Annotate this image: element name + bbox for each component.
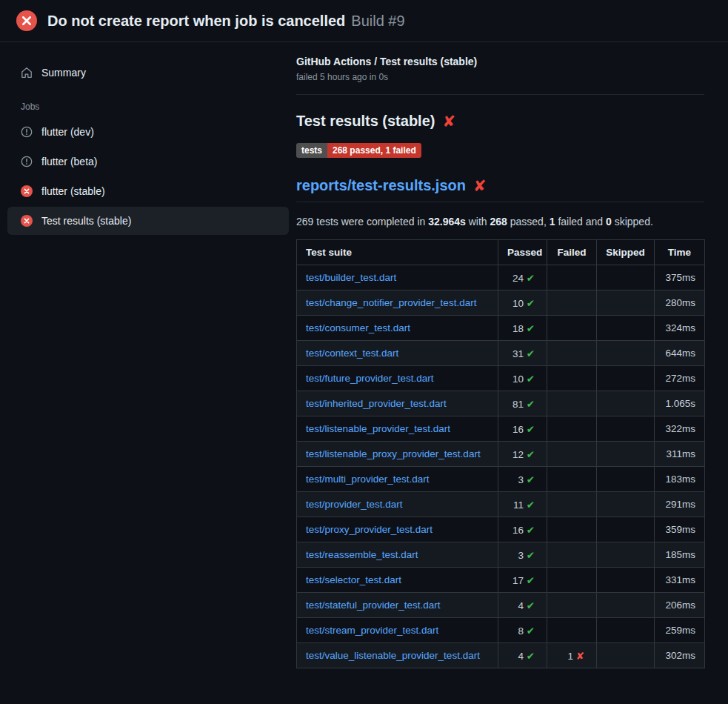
table-row: test/reassemble_test.dart3 ✔185ms — [297, 542, 705, 568]
sidebar-summary-label: Summary — [41, 67, 86, 79]
failed-cell — [547, 517, 597, 542]
failed-status-icon — [16, 10, 37, 31]
time-cell: 1.065s — [655, 391, 705, 416]
check-icon: ✔ — [527, 323, 535, 334]
time-cell: 272ms — [655, 366, 705, 391]
passed-cell: 16 ✔ — [498, 517, 547, 542]
time-cell: 331ms — [655, 568, 705, 593]
test-suite-cell: test/inherited_provider_test.dart — [297, 391, 498, 416]
failed-cell — [547, 366, 597, 391]
time-cell: 206ms — [655, 593, 705, 618]
test-suite-link[interactable]: test/selector_test.dart — [306, 574, 401, 585]
skipped-cell — [597, 618, 655, 643]
test-suite-cell: test/consumer_test.dart — [297, 316, 498, 341]
sidebar-job-label: Test results (stable) — [41, 215, 131, 227]
table-row: test/multi_provider_test.dart3 ✔183ms — [297, 467, 705, 492]
test-suite-cell: test/context_test.dart — [297, 341, 498, 366]
test-results-table: Test suite Passed Failed Skipped Time te… — [296, 239, 705, 668]
check-icon: ✔ — [527, 499, 535, 511]
test-suite-link[interactable]: test/consumer_test.dart — [306, 322, 410, 333]
col-header-passed: Passed — [498, 240, 547, 265]
check-icon: ✔ — [527, 474, 535, 485]
test-suite-link[interactable]: test/multi_provider_test.dart — [306, 474, 430, 485]
passed-cell: 31 ✔ — [498, 341, 547, 366]
test-suite-cell: test/provider_test.dart — [297, 492, 498, 517]
table-row: test/provider_test.dart11 ✔291ms — [297, 492, 705, 517]
time-cell: 291ms — [655, 492, 705, 517]
sidebar-item-flutter-stable[interactable]: flutter (stable) — [7, 177, 289, 205]
test-suite-link[interactable]: test/stream_provider_test.dart — [306, 625, 438, 636]
skipped-cell — [597, 290, 655, 316]
check-icon: ✔ — [527, 651, 535, 662]
failed-cell: 1 ✘ — [547, 643, 597, 668]
passed-cell: 17 ✔ — [498, 568, 547, 593]
run-status-line: failed 5 hours ago in 0s — [296, 72, 704, 82]
col-header-test-suite: Test suite — [297, 240, 498, 265]
passed-cell: 4 ✔ — [498, 643, 547, 668]
sidebar-item-flutter-beta[interactable]: flutter (beta) — [7, 147, 289, 176]
skipped-cell — [597, 341, 655, 366]
check-icon: ✔ — [527, 575, 535, 586]
passed-cell: 10 ✔ — [498, 290, 547, 316]
test-table-body: test/builder_test.dart24 ✔375mstest/chan… — [297, 265, 705, 668]
skipped-cell — [597, 467, 655, 492]
sidebar-item-flutter-dev[interactable]: flutter (dev) — [7, 118, 289, 146]
passed-cell: 8 ✔ — [498, 618, 547, 643]
build-number: Build #9 — [351, 13, 404, 30]
table-row: test/listenable_proxy_provider_test.dart… — [297, 442, 705, 467]
sidebar-item-test-results-stable[interactable]: Test results (stable) — [7, 207, 289, 235]
time-cell: 375ms — [655, 265, 705, 290]
check-icon: ✔ — [527, 348, 535, 359]
test-suite-link[interactable]: test/value_listenable_provider_test.dart — [306, 650, 480, 661]
test-suite-link[interactable]: test/stateful_provider_test.dart — [306, 600, 441, 611]
table-row: test/value_listenable_provider_test.dart… — [297, 643, 705, 668]
failed-cell — [547, 290, 597, 316]
report-heading: reports/test-results.json ✘ — [296, 177, 704, 202]
check-icon: ✔ — [527, 424, 535, 435]
status-failed-icon — [21, 215, 33, 227]
test-suite-cell: test/value_listenable_provider_test.dart — [297, 643, 498, 668]
test-suite-link[interactable]: test/listenable_provider_test.dart — [306, 423, 450, 434]
time-cell: 302ms — [655, 643, 705, 668]
failed-cell — [547, 341, 597, 366]
passed-cell: 18 ✔ — [498, 316, 547, 341]
test-suite-link[interactable]: test/future_provider_test.dart — [306, 373, 434, 384]
test-suite-link[interactable]: test/reassemble_test.dart — [306, 549, 418, 560]
skipped-cell — [597, 265, 655, 290]
passed-cell: 12 ✔ — [498, 442, 547, 467]
col-header-skipped: Skipped — [597, 240, 655, 265]
passed-cell: 3 ✔ — [498, 542, 547, 568]
test-suite-cell: test/stateful_provider_test.dart — [297, 593, 498, 618]
table-row: test/proxy_provider_test.dart16 ✔359ms — [297, 517, 705, 542]
failed-cell — [547, 265, 597, 290]
test-suite-link[interactable]: test/listenable_proxy_provider_test.dart — [306, 448, 481, 459]
test-suite-link[interactable]: test/change_notifier_provider_test.dart — [306, 297, 476, 308]
jobs-section-label: Jobs — [7, 88, 289, 118]
report-link[interactable]: reports/test-results.json — [296, 177, 466, 194]
home-icon — [21, 67, 33, 79]
test-suite-cell: test/multi_provider_test.dart — [297, 467, 498, 492]
time-cell: 259ms — [655, 618, 705, 643]
section-divider — [296, 94, 704, 95]
test-suite-link[interactable]: test/provider_test.dart — [306, 499, 403, 510]
test-suite-link[interactable]: test/context_test.dart — [306, 348, 398, 359]
test-suite-link[interactable]: test/proxy_provider_test.dart — [306, 524, 433, 535]
test-suite-link[interactable]: test/inherited_provider_test.dart — [306, 398, 447, 409]
test-suite-link[interactable]: test/builder_test.dart — [306, 272, 396, 283]
section-title-text: Test results (stable) — [296, 113, 435, 130]
check-icon: ✔ — [527, 600, 535, 611]
table-row: test/inherited_provider_test.dart81 ✔1.0… — [297, 391, 705, 416]
time-cell: 311ms — [655, 442, 705, 467]
passed-cell: 10 ✔ — [498, 366, 547, 391]
skipped-cell — [597, 517, 655, 542]
test-suite-cell: test/proxy_provider_test.dart — [297, 517, 498, 542]
skipped-cell — [597, 316, 655, 341]
skipped-cell — [597, 366, 655, 391]
test-suite-cell: test/listenable_provider_test.dart — [297, 416, 498, 442]
sidebar-item-summary[interactable]: Summary — [7, 59, 289, 87]
table-row: test/consumer_test.dart18 ✔324ms — [297, 316, 705, 341]
table-row: test/change_notifier_provider_test.dart1… — [297, 290, 705, 316]
time-cell: 324ms — [655, 316, 705, 341]
table-row: test/future_provider_test.dart10 ✔272ms — [297, 366, 705, 391]
table-row: test/stateful_provider_test.dart4 ✔206ms — [297, 593, 705, 618]
